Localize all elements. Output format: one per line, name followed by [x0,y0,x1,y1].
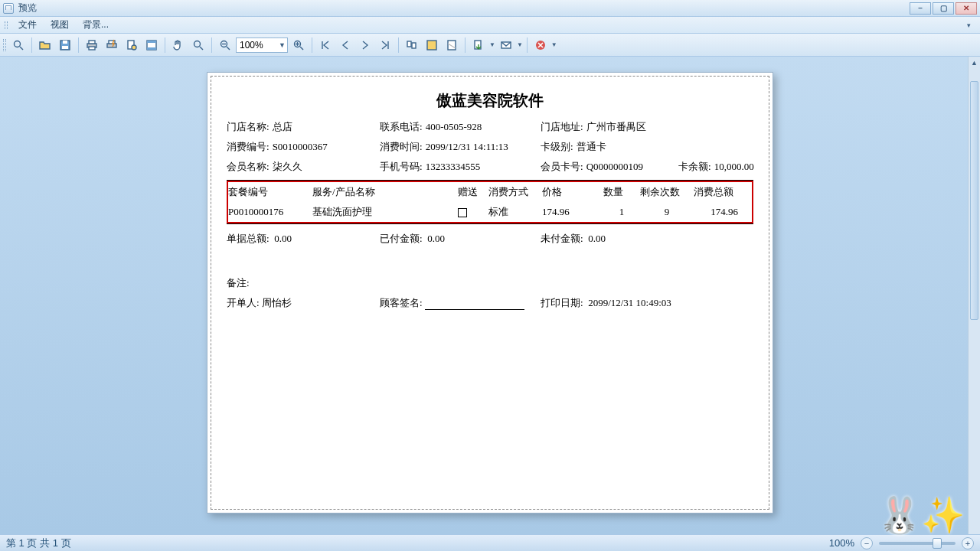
email-button[interactable] [497,36,515,54]
zoom-minus-button[interactable]: − [861,537,873,549]
floppy-icon [59,39,71,51]
menu-file[interactable]: 文件 [12,17,43,33]
svg-rect-13 [147,41,156,43]
first-page-icon [319,39,332,51]
svg-line-1 [20,47,23,50]
svg-rect-8 [107,44,116,47]
zoom-out-button[interactable] [216,36,234,54]
table-row: P0010000176 基础洗面护理 标准 174.96 1 9 174.96 [228,202,752,222]
close-button[interactable]: ✕ [956,2,977,15]
multipage-icon [406,39,418,51]
multipage-button[interactable] [403,36,421,54]
svg-rect-4 [62,46,68,49]
hand-icon [172,39,185,51]
report-page: 傲蓝美容院软件 门店名称:总店 联系电话:400-0505-928 门店地址:广… [207,72,773,514]
zoom-in-button[interactable] [289,36,308,54]
chevron-down-icon: ▼ [279,41,286,49]
preview-workspace[interactable]: 傲蓝美容院软件 门店名称:总店 联系电话:400-0505-928 门店地址:广… [0,57,980,534]
watermark-button[interactable] [443,36,461,54]
svg-point-15 [194,41,201,47]
toolbar: 100% ▼ ▼ ▼ ▼ [0,34,980,57]
svg-rect-14 [147,47,156,50]
exit-button[interactable] [531,36,550,54]
minimize-button[interactable]: – [910,2,931,15]
svg-line-16 [200,47,203,50]
close-icon [534,39,547,51]
save-button[interactable] [56,36,74,54]
next-page-icon [359,39,371,51]
color-button[interactable] [423,36,441,54]
export-icon [472,39,485,51]
palette-icon [426,39,438,51]
zoom-combo[interactable]: 100% ▼ [236,37,288,53]
page-setup-icon [126,39,138,51]
header-footer-button[interactable] [142,36,161,54]
menu-bar: 文件 视图 背景... ▾ [0,17,980,34]
prev-page-button[interactable] [336,36,354,54]
next-page-button[interactable] [356,36,374,54]
zoom-value: 100% [240,40,263,51]
open-button[interactable] [36,36,54,54]
svg-line-23 [300,47,303,50]
gift-checkbox [458,208,467,217]
svg-rect-26 [427,41,436,50]
export-button[interactable] [469,36,488,54]
svg-point-0 [15,41,21,47]
zoom-in-icon [292,39,305,51]
zoom-slider[interactable] [879,542,956,545]
page-setup-button[interactable] [122,36,141,54]
svg-point-11 [132,45,136,50]
search-icon [12,39,24,51]
svg-rect-24 [407,41,411,47]
page-indicator: 第 1 页 共 1 页 [6,536,71,550]
menu-view[interactable]: 视图 [44,17,75,33]
svg-rect-3 [63,41,67,44]
printer-icon [86,39,98,51]
printer-bolt-icon [106,39,118,51]
highlighted-rows: 套餐编号 服务/产品名称 赠送 消费方式 价格 数量 剩余次数 消费总额 P00… [227,181,753,223]
watermark-icon [446,39,458,51]
status-zoom-text: 100% [829,537,854,549]
items-table: 套餐编号 服务/产品名称 赠送 消费方式 价格 数量 剩余次数 消费总额 P00… [227,180,753,224]
menu-background[interactable]: 背景... [77,17,115,33]
svg-rect-27 [448,41,456,50]
title-bar: 预览 – ▢ ✕ [0,0,980,17]
quick-print-button[interactable] [103,36,121,54]
zoom-plus-button[interactable]: + [962,537,974,549]
app-icon [3,3,14,14]
prev-page-icon [339,39,351,51]
totals-row: 单据总额: 0.00 已付金额: 0.00 未付金额: 0.00 [227,232,753,246]
search-button[interactable] [9,36,28,54]
svg-line-19 [227,47,230,50]
report-title: 傲蓝美容院软件 [227,90,753,111]
last-page-button[interactable] [376,36,394,54]
svg-rect-25 [412,43,416,48]
status-bar: 第 1 页 共 1 页 100% − + [0,534,980,551]
folder-open-icon [39,39,51,51]
magnifier-icon [192,39,204,51]
menu-grip[interactable] [5,21,8,29]
menu-overflow[interactable]: ▾ [962,21,975,29]
header-footer-icon [145,39,158,51]
window-title: 预览 [18,2,910,15]
maximize-button[interactable]: ▢ [933,2,954,15]
toolbar-grip[interactable] [3,39,6,51]
magnifier-button[interactable] [189,36,207,54]
vertical-scrollbar[interactable]: ▲ [968,57,980,534]
remark-section: 备注: 开单人: 周怡杉 顾客签名: 打印日期: 2099/12/31 10:4… [227,276,753,310]
first-page-button[interactable] [316,36,335,54]
report-header-info: 门店名称:总店 联系电话:400-0505-928 门店地址:广州市番禺区 消费… [227,120,753,174]
print-button[interactable] [83,36,101,54]
last-page-icon [379,39,391,51]
mail-icon [500,39,512,51]
zoom-out-icon [219,39,231,51]
svg-rect-7 [89,47,95,50]
svg-rect-6 [89,41,95,44]
hand-tool-button[interactable] [169,36,188,54]
